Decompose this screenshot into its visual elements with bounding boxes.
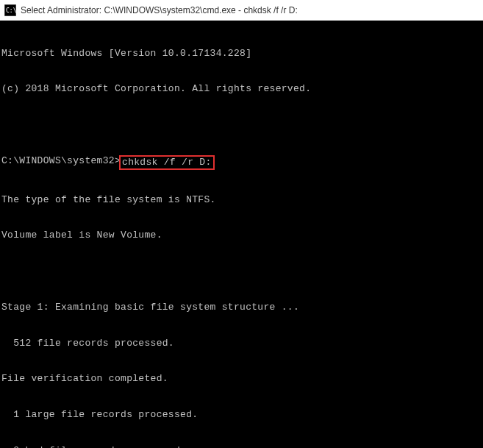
prompt-text: C:\WINDOWS\system32>: [1, 155, 121, 170]
window-title: Select Administrator: C:\WINDOWS\system3…: [21, 5, 298, 15]
cmd-icon: C:\: [4, 4, 16, 16]
stage1-line: 512 file records processed.: [1, 338, 482, 349]
stage1-header: Stage 1: Examining basic file system str…: [1, 302, 482, 313]
window-titlebar: C:\ Select Administrator: C:\WINDOWS\sys…: [0, 0, 483, 21]
stage1-line: 1 large file records processed.: [1, 409, 482, 421]
version-line: Microsoft Windows [Version 10.0.17134.22…: [1, 48, 482, 60]
copyright-line: (c) 2018 Microsoft Corporation. All righ…: [1, 83, 482, 95]
stage1-line: 0 bad file records processed.: [1, 445, 482, 448]
command-text: chkdsk /f /r D:: [122, 157, 212, 168]
svg-text:C:\: C:\: [6, 7, 16, 14]
prompt-line: C:\WINDOWS\system32>chkdsk /f /r D:: [1, 155, 482, 170]
blank-line: [1, 119, 482, 131]
terminal-output[interactable]: Microsoft Windows [Version 10.0.17134.22…: [0, 21, 483, 448]
fs-type-line: The type of the file system is NTFS.: [1, 194, 482, 206]
volume-label-line: Volume label is New Volume.: [1, 230, 482, 241]
command-highlight: chkdsk /f /r D:: [119, 155, 215, 170]
stage1-line: File verification completed.: [1, 373, 482, 385]
blank-line: [1, 266, 482, 277]
